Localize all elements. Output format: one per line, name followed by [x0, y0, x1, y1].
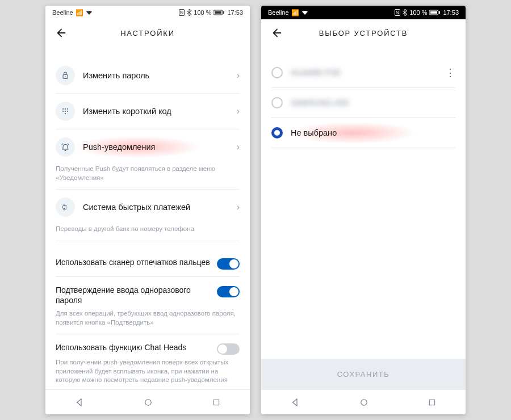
toggle-chatheads-row: Использовать функцию Chat Heads: [45, 334, 250, 358]
more-menu-icon[interactable]: ⋮: [445, 66, 455, 79]
status-bar: Beeline 📶 N 100 % 17:53: [261, 6, 466, 19]
toggle-otp-row: Подтверждение ввода одноразового пароля: [45, 277, 250, 310]
svg-rect-15: [439, 11, 440, 14]
device-selection-screen: Beeline 📶 N 100 % 17:53 ВЫБОР УСТРОЙСТВ: [261, 6, 466, 414]
nav-back-icon[interactable]: [290, 397, 300, 408]
nav-recent-icon[interactable]: [212, 398, 221, 407]
radio-icon: [271, 67, 283, 78]
battery-icon: [213, 10, 225, 15]
nav-recent-icon[interactable]: [428, 398, 437, 407]
battery-label: 100 %: [194, 9, 211, 16]
radio-icon: [271, 97, 283, 108]
svg-point-8: [62, 111, 64, 112]
toggle-otp[interactable]: [217, 286, 240, 297]
item-change-password[interactable]: Изменить пароль ›: [45, 58, 250, 93]
toggle-chatheads[interactable]: [217, 343, 240, 355]
save-button[interactable]: СОХРАНИТЬ: [261, 359, 466, 389]
chevron-right-icon: ›: [237, 202, 240, 212]
item-push-notifications[interactable]: Push-уведомления ›: [45, 129, 250, 165]
radio-selected-icon: [271, 127, 283, 138]
device-option-none[interactable]: Не выбрано: [261, 118, 466, 148]
svg-point-4: [65, 76, 65, 77]
chevron-right-icon: ›: [237, 106, 240, 116]
sbp-icon: [56, 198, 75, 217]
keypad-icon: [56, 102, 75, 121]
nav-home-icon[interactable]: [359, 397, 369, 408]
battery-icon: [429, 10, 441, 15]
item-label: Изменить пароль: [83, 71, 237, 80]
svg-point-7: [67, 108, 68, 110]
svg-point-17: [361, 399, 367, 405]
header: ВЫБОР УСТРОЙСТВ: [261, 19, 466, 47]
device-label: HUAWEI P30: [291, 68, 340, 77]
signal-icon: 📶: [291, 9, 299, 16]
svg-rect-18: [429, 400, 434, 405]
chevron-right-icon: ›: [237, 142, 240, 152]
nav-home-icon[interactable]: [143, 397, 153, 408]
svg-point-10: [67, 111, 68, 112]
push-subtitle: Полученные Push будут появляться в разде…: [45, 165, 250, 189]
nfc-icon: N: [395, 9, 401, 16]
svg-rect-1: [223, 11, 224, 14]
device-label: SAMSUNG A50: [291, 98, 349, 107]
device-content: HUAWEI P30 ⋮ SAMSUNG A50 Не выбрано: [261, 47, 466, 359]
toggle-label: Использовать сканер отпечатков пальцев: [56, 257, 210, 268]
toggle-fingerprint-row: Использовать сканер отпечатков пальцев: [45, 249, 250, 273]
chevron-right-icon: ›: [237, 70, 240, 81]
svg-point-5: [62, 108, 64, 110]
svg-rect-13: [213, 400, 219, 405]
carrier-label: Beeline: [52, 9, 73, 16]
battery-label: 100 %: [409, 9, 427, 16]
save-label: СОХРАНИТЬ: [337, 370, 389, 379]
settings-content: Изменить пароль › Изменить короткий код …: [45, 47, 250, 389]
svg-rect-2: [215, 11, 221, 14]
svg-point-11: [65, 113, 66, 114]
sbp-subtitle: Переводы в другой банк по номеру телефон…: [45, 225, 250, 241]
svg-point-6: [65, 108, 66, 110]
item-label: Изменить короткий код: [83, 107, 237, 116]
time-label: 17:53: [227, 9, 243, 16]
carrier-label: Beeline: [268, 9, 289, 16]
nfc-icon: N: [179, 9, 185, 16]
chatheads-subtitle: При получении push-уведомления поверх вс…: [45, 358, 250, 389]
item-label: Push-уведомления: [83, 142, 237, 152]
android-nav-bar: [261, 389, 466, 414]
wifi-icon: [86, 10, 93, 15]
lock-icon: [56, 66, 75, 85]
settings-screen: Beeline 📶 N 100 % 17:53 НАСТРОЙКИ: [45, 6, 250, 414]
toggle-label: Использовать функцию Chat Heads: [56, 342, 210, 353]
android-nav-bar: [45, 389, 250, 414]
item-label: Система быстрых платежей: [83, 203, 237, 212]
bluetooth-icon: [187, 9, 191, 16]
item-sbp[interactable]: Система быстрых платежей ›: [45, 190, 250, 225]
device-option-1[interactable]: HUAWEI P30 ⋮: [261, 58, 466, 87]
signal-icon: 📶: [76, 9, 83, 16]
svg-point-9: [65, 111, 66, 112]
time-label: 17:53: [443, 9, 459, 16]
toggle-label: Подтверждение ввода одноразового пароля: [56, 285, 210, 306]
bluetooth-icon: [403, 9, 407, 16]
header: НАСТРОЙКИ: [45, 19, 250, 47]
item-change-code[interactable]: Изменить короткий код ›: [45, 94, 250, 129]
page-title: ВЫБОР УСТРОЙСТВ: [261, 29, 466, 37]
device-option-2[interactable]: SAMSUNG A50: [261, 88, 466, 117]
svg-rect-16: [430, 11, 437, 14]
toggle-fingerprint[interactable]: [217, 258, 240, 270]
nav-back-icon[interactable]: [74, 397, 85, 408]
page-title: НАСТРОЙКИ: [45, 29, 250, 37]
svg-point-12: [145, 399, 152, 405]
otp-subtitle: Для всех операций, требующих ввод однора…: [45, 309, 250, 334]
status-bar: Beeline 📶 N 100 % 17:53: [45, 6, 250, 19]
device-label: Не выбрано: [291, 128, 337, 137]
wifi-icon: [301, 10, 308, 15]
divider: [271, 148, 455, 148]
bell-icon: [56, 137, 75, 157]
